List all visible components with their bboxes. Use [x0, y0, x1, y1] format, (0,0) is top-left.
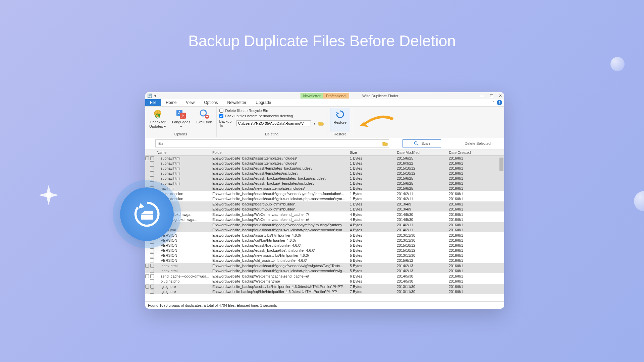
- restore-button[interactable]: Restore: [330, 108, 351, 131]
- delete-selected-button[interactable]: Delete Selected: [461, 140, 494, 147]
- table-row[interactable]: subnav.htmlE:\sword\website_backup\euask…: [145, 166, 504, 171]
- cell-folder: E:\sword\website_backup\euask_backup\lib…: [212, 248, 350, 252]
- backup-path-input[interactable]: [236, 120, 311, 126]
- row-checkbox[interactable]: [145, 171, 155, 175]
- row-checkbox[interactable]: [145, 290, 155, 294]
- table-row[interactable]: ownextensionE:\sword\website_backup\euas…: [145, 196, 504, 201]
- languages-button[interactable]: A文 Languages ▾: [171, 108, 192, 131]
- cell-name: subnav.html: [155, 176, 212, 180]
- row-checkbox[interactable]: [145, 253, 155, 257]
- browse-folder-button[interactable]: [318, 120, 324, 126]
- table-row[interactable]: index.htmlE:\sword\website_backup\euask\…: [145, 268, 504, 273]
- refresh-icon[interactable]: 🔄: [147, 94, 152, 98]
- table-row[interactable]: VERSIONE:\sword\website_backup\assist\li…: [145, 233, 504, 238]
- tab-view[interactable]: View: [181, 99, 199, 106]
- table-row[interactable]: subnav.htmlE:\sword\website_backup\assis…: [145, 161, 504, 166]
- table-row[interactable]: index.htmlE:\sword\website_backup\euask\…: [145, 263, 504, 268]
- exclusion-button[interactable]: Exclusion: [195, 108, 213, 131]
- row-checkbox[interactable]: [145, 279, 155, 283]
- row-checkbox[interactable]: [145, 176, 155, 180]
- row-checkbox[interactable]: [145, 243, 155, 247]
- table-row[interactable]: .gitignoreE:\sword\website_backup\assist…: [145, 284, 504, 289]
- backup-checkbox[interactable]: Back up files before permanently deletin…: [219, 114, 324, 118]
- cell-name: nav.html: [155, 186, 212, 190]
- tab-file[interactable]: File: [145, 99, 161, 106]
- table-row[interactable]: subnav.htmlE:\sword\website_backup\euask…: [145, 181, 504, 186]
- table-row[interactable]: subnav.htmlE:\sword\website_backup\euask…: [145, 171, 504, 176]
- duplicate-group: iid.ymlE:\sword\website_backup\euask\oau…: [145, 222, 504, 233]
- close-button[interactable]: ✕: [499, 94, 502, 98]
- row-checkbox[interactable]: [145, 274, 155, 278]
- table-row[interactable]: he---ogdokdmwga...E:\sword\website_backu…: [145, 212, 504, 217]
- cell-size: 7 Bytes: [350, 290, 397, 294]
- duplicate-group: est.jsE:\sword\website_backup\board\publ…: [145, 201, 504, 212]
- cell-name: VERSION: [155, 243, 212, 247]
- row-checkbox[interactable]: [145, 258, 155, 262]
- row-checkbox[interactable]: [145, 248, 155, 252]
- cell-modified: 2015/6/12: [397, 258, 449, 262]
- row-checkbox[interactable]: [145, 181, 155, 185]
- collapse-ribbon-icon[interactable]: ⌃: [492, 101, 495, 105]
- tab-home[interactable]: Home: [161, 99, 181, 106]
- check-updates-button[interactable]: Check for Updates ▾: [148, 108, 167, 131]
- table-row[interactable]: iid.ymlE:\sword\website_backup\euask\oau…: [145, 222, 504, 227]
- row-checkbox[interactable]: [145, 156, 155, 160]
- table-row[interactable]: VERSIONE:\sword\website_backup\euask_bac…: [145, 248, 504, 253]
- duplicate-group: index.htmlE:\sword\website_backup\euask\…: [145, 263, 504, 274]
- qat-dropdown-icon[interactable]: ▾: [154, 94, 156, 98]
- col-folder[interactable]: Folder: [212, 150, 350, 155]
- cell-created: 2016/8/1: [449, 264, 504, 268]
- table-row[interactable]: zend_cache---ogdokdmwga...E:\sword\websi…: [145, 274, 504, 279]
- svg-point-9: [415, 142, 417, 144]
- row-checkbox[interactable]: [145, 269, 155, 273]
- backup-path-dropdown-icon[interactable]: ▾: [312, 121, 317, 126]
- cell-size: 4 Bytes: [350, 213, 397, 217]
- duplicate-group: VERSIONE:\sword\website_backup\assist\li…: [145, 233, 504, 263]
- tab-newsletter[interactable]: Newsletter: [223, 99, 251, 106]
- cell-size: 5 Bytes: [350, 238, 397, 242]
- tab-upgrade[interactable]: Upgrade: [251, 99, 276, 106]
- scan-button[interactable]: Scan: [402, 139, 441, 147]
- maximize-button[interactable]: ☐: [490, 94, 493, 98]
- table-row[interactable]: subnav.htmlE:\sword\website_backup\euask…: [145, 176, 504, 181]
- table-row[interactable]: ache---ogdokdmwga...E:\sword\website_bac…: [145, 217, 504, 222]
- cell-name: subnav.html: [155, 166, 212, 170]
- table-row[interactable]: est.jsE:\sword\website_backup\board\publ…: [145, 201, 504, 206]
- minimize-button[interactable]: —: [480, 94, 484, 98]
- col-name[interactable]: Name: [155, 150, 212, 155]
- recycle-checkbox[interactable]: Delete files to Recycle Bin: [219, 109, 324, 113]
- browse-scan-folder-button[interactable]: [381, 139, 389, 147]
- scrollbar-thumb[interactable]: [499, 158, 503, 171]
- table-row[interactable]: ivalid.ymlE:\sword\website_backup\euask\…: [145, 227, 504, 232]
- col-size[interactable]: Size: [350, 150, 397, 155]
- row-checkbox[interactable]: [145, 166, 155, 170]
- table-row[interactable]: subnav.htmlE:\sword\website_backup\assis…: [145, 156, 504, 161]
- row-checkbox[interactable]: [145, 264, 155, 268]
- row-checkbox[interactable]: [145, 161, 155, 165]
- table-row[interactable]: VERSIONE:\sword\website_backup\old_assis…: [145, 258, 504, 263]
- row-checkbox[interactable]: [145, 285, 155, 289]
- table-row[interactable]: .gitignoreE:\sword\website backup\cqf\bi…: [145, 289, 504, 294]
- col-created[interactable]: Date Created: [449, 150, 504, 155]
- grid-header: Name Folder Size Date Modified Date Crea…: [145, 149, 504, 156]
- table-row[interactable]: ownextensionE:\sword\website_backup\euas…: [145, 191, 504, 196]
- professional-tag[interactable]: Professional: [323, 93, 349, 99]
- cell-modified: 2013/11/30: [397, 290, 449, 294]
- results-grid: Name Folder Size Date Modified Date Crea…: [145, 149, 504, 301]
- cell-modified: 2013/4/9: [397, 207, 449, 211]
- col-modified[interactable]: Date Modified: [397, 150, 449, 155]
- table-row[interactable]: VERSIONE:\sword\website_backup\new-assis…: [145, 253, 504, 258]
- table-row[interactable]: est.jsE:\sword\website_backup\forum\publ…: [145, 206, 504, 212]
- table-row[interactable]: nav.htmlE:\sword\website_backup\new-assi…: [145, 186, 504, 191]
- duplicate-group: he---ogdokdmwga...E:\sword\website_backu…: [145, 212, 504, 222]
- newsletter-tag[interactable]: Newsletter: [301, 93, 323, 99]
- table-row[interactable]: plugins.phpE:\sword\website_backup\WeCen…: [145, 279, 504, 284]
- cell-size: 5 Bytes: [350, 258, 397, 262]
- tab-options[interactable]: Options: [199, 99, 222, 106]
- cell-created: 2016/8/1: [449, 156, 504, 160]
- help-icon[interactable]: ?: [497, 100, 502, 105]
- table-row[interactable]: VERSIONE:\sword\website_backup\cqf\bin\h…: [145, 238, 504, 243]
- cell-folder: E:\sword\website_backup\euask_backup\tem…: [212, 176, 350, 180]
- scan-path-input[interactable]: [155, 139, 381, 147]
- table-row[interactable]: VERSIONE:\sword\website_backup\euask\lib…: [145, 243, 504, 248]
